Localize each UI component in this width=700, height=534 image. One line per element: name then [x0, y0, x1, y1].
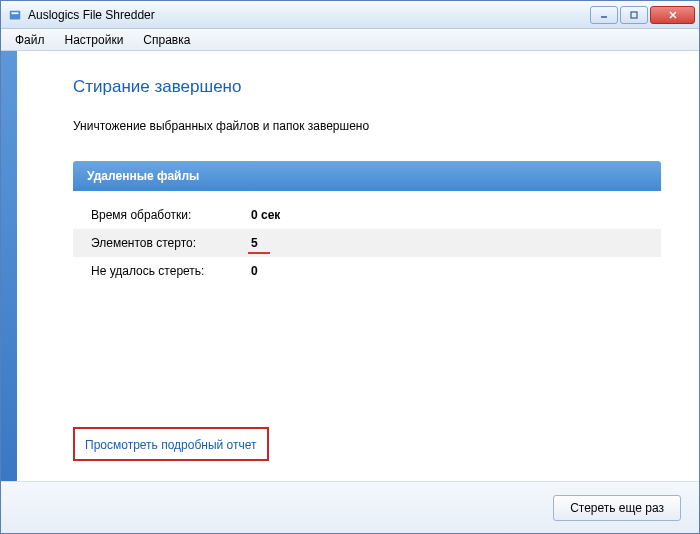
stats-value: 0 сек [233, 201, 661, 229]
minimize-button[interactable] [590, 6, 618, 24]
content-area: Стирание завершено Уничтожение выбранных… [17, 51, 699, 481]
page-title: Стирание завершено [73, 77, 661, 97]
report-link-highlight: Просмотреть подробный отчет [73, 427, 269, 461]
stats-row: Время обработки:0 сек [73, 201, 661, 229]
close-button[interactable] [650, 6, 695, 24]
stats-label: Время обработки: [73, 201, 233, 229]
window-controls [590, 6, 695, 24]
stats-label: Не удалось стереть: [73, 257, 233, 285]
menubar: Файл Настройки Справка [1, 29, 699, 51]
titlebar[interactable]: Auslogics File Shredder [1, 1, 699, 29]
stats-row: Элементов стерто:5 [73, 229, 661, 257]
app-icon [7, 7, 23, 23]
erase-again-button[interactable]: Стереть еще раз [553, 495, 681, 521]
stats-row: Не удалось стереть:0 [73, 257, 661, 285]
menu-file[interactable]: Файл [7, 31, 53, 49]
stats-value: 5 [233, 229, 661, 257]
stats-value: 0 [233, 257, 661, 285]
window-title: Auslogics File Shredder [28, 8, 590, 22]
menu-settings[interactable]: Настройки [57, 31, 132, 49]
maximize-button[interactable] [620, 6, 648, 24]
stats-label: Элементов стерто: [73, 229, 233, 257]
page-subtitle: Уничтожение выбранных файлов и папок зав… [73, 119, 661, 133]
stats-table: Время обработки:0 секЭлементов стерто:5Н… [73, 201, 661, 285]
sidebar-accent [1, 51, 17, 481]
view-report-link[interactable]: Просмотреть подробный отчет [85, 438, 257, 452]
svg-rect-3 [631, 12, 637, 18]
svg-rect-0 [10, 10, 21, 19]
panel-header: Удаленные файлы [73, 161, 661, 191]
footer: Стереть еще раз [1, 481, 699, 533]
body-area: Стирание завершено Уничтожение выбранных… [1, 51, 699, 481]
app-window: Auslogics File Shredder Файл Настройки С… [0, 0, 700, 534]
menu-help[interactable]: Справка [135, 31, 198, 49]
svg-rect-1 [12, 12, 19, 14]
